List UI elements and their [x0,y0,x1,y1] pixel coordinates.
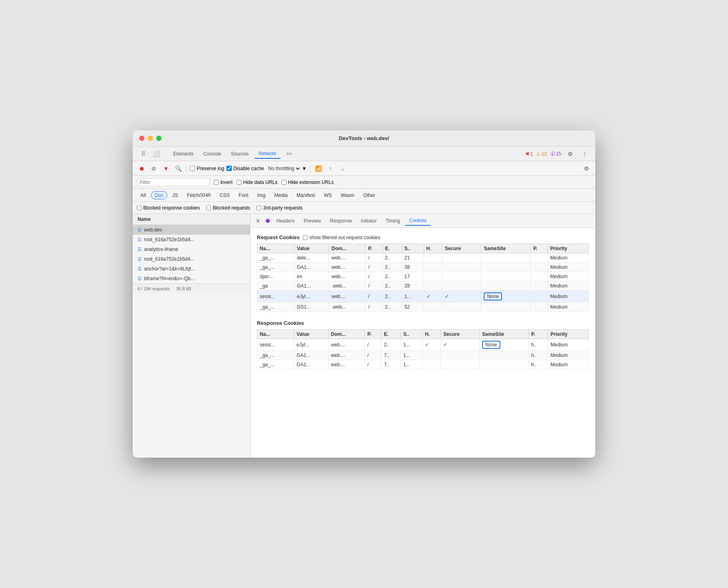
type-btn-css[interactable]: CSS [216,191,233,199]
sidebar-item-name-6: bframe?hl=en&v=-Qb... [144,276,245,281]
close-button[interactable] [139,136,144,141]
sidebar-item-name-5: anchor?ar=1&k=6Lfqf... [144,266,245,272]
disable-cache-checkbox[interactable]: Disable cache [226,166,264,171]
fullscreen-button[interactable] [156,136,162,141]
cell-samesite [481,281,531,291]
transfer-size: 36.8 kB [176,286,191,291]
cell-name: djan... [257,272,295,281]
type-btn-all[interactable]: All [137,191,149,199]
filter-input[interactable] [140,179,207,185]
sidebar-item-root-1[interactable]: ☰ root_616a752e1b5d4... [133,235,250,244]
cell-path: / [366,303,382,312]
type-btn-wasm[interactable]: Wasm [337,191,358,199]
download-icon[interactable]: ↓ [338,164,348,173]
table-row[interactable]: _ga_... dele... web.... / 2.. 21 Medium [257,253,589,263]
hide-data-urls-checkbox[interactable]: Hide data URLs [237,179,278,185]
sidebar-item-analytics[interactable]: ☰ analytics-iframe [133,244,250,254]
settings-icon[interactable]: ⚙ [564,148,576,160]
blocked-requests-input[interactable] [206,205,211,210]
sidebar-item-bframe[interactable]: ☰ bframe?hl=en&v=-Qb... [133,274,250,283]
tab-sources[interactable]: Sources [227,149,253,158]
stop-recording-icon[interactable]: ⏺ [137,164,146,173]
table-row[interactable]: sessi... eJyl... web.... / 2.. 1... ✓ ✓ … [257,291,589,303]
blocked-requests-checkbox[interactable]: Blocked requests [206,205,250,211]
type-btn-media[interactable]: Media [271,191,291,199]
more-options-icon[interactable]: ⋮ [579,148,590,160]
tab-response[interactable]: Response [326,216,356,225]
sidebar-item-root-2[interactable]: ☰ root_616a752e1b5d4... [133,254,250,264]
preserve-log-input[interactable] [190,166,195,171]
tab-elements[interactable]: Elements [169,149,198,158]
error-icon: ✖ [526,151,530,157]
response-cookies-title: Response Cookies [257,320,589,326]
tab-initiator[interactable]: Initiator [357,216,381,225]
blocked-cookies-input[interactable] [137,205,142,210]
type-btn-fetch-xhr[interactable]: Fetch/XHR [183,191,215,199]
device-toggle-icon[interactable]: ⬜ [151,148,162,160]
table-row[interactable]: _ga GA1... .web... / 2.. 28 Medium [257,281,589,291]
type-btn-ws[interactable]: WS [320,191,335,199]
disable-cache-input[interactable] [226,166,232,171]
search-icon[interactable]: 🔍 [173,164,183,173]
table-row[interactable]: _ga_... GA1... web.... / 7.. 1... h.. Me… [257,351,589,360]
table-row[interactable]: _ga_... GS1... .web... / 2.. 52 Medium [257,303,589,312]
table-row[interactable]: _ga_... GA1... web.... / 2.. 38 Medium [257,263,589,272]
resp-cell-domain: web.... [328,360,365,370]
sidebar-item-anchor[interactable]: ☰ anchor?ar=1&k=6Lfqf... [133,264,250,274]
type-btn-js[interactable]: JS [169,191,182,199]
close-detail-button[interactable]: ✕ [254,216,263,225]
resp-table-header-row: Na... Value Dom... P. E. S.. H. Secure S… [257,330,589,339]
hide-ext-urls-checkbox[interactable]: Hide extension URLs [282,179,334,185]
network-settings-icon[interactable]: ⚙ [582,164,591,173]
show-filtered-label[interactable]: show filtered out request cookies [303,235,380,240]
hide-ext-urls-input[interactable] [282,180,286,185]
tab-preview[interactable]: Preview [299,216,325,225]
cell-samesite: None [481,291,531,303]
cell-size: 28 [402,281,424,291]
info-badge: 🛈 15 [550,151,561,157]
table-row[interactable]: sessi... eJyl... web.... / 2.. 1... ✓ ✓ … [257,339,589,351]
tab-console[interactable]: Console [199,149,225,158]
sidebar-item-web-dev[interactable]: ☰ web.dev [133,225,250,235]
traffic-lights [139,136,162,141]
type-btn-img[interactable]: Img [254,191,269,199]
filter-icon[interactable]: ▼ [161,164,171,173]
tab-network[interactable]: Network [254,149,280,159]
third-party-checkbox[interactable]: 3rd-party requests [256,205,302,211]
invert-input[interactable] [214,180,219,185]
type-btn-doc[interactable]: Doc [151,191,167,199]
resp-cell-size: 1... [401,339,422,351]
wifi-icon[interactable]: 📶 [314,164,323,173]
cell-httponly [424,281,442,291]
request-list-sidebar: Name ☰ web.dev ☰ root_616a752e1b5d4... ☰… [133,214,250,458]
resp-col-domain: Dom... [328,330,365,339]
tab-more[interactable]: >> [282,149,296,158]
toolbar-separator-1 [186,164,187,173]
throttle-select[interactable]: No throttling [267,165,301,172]
cell-size: 52 [402,303,424,312]
preserve-log-checkbox[interactable]: Preserve log [190,166,224,171]
cell-domain: web.... [329,263,365,272]
cursor-icon[interactable]: ⠿ [138,148,149,160]
col-path: P. [366,244,382,253]
hide-data-urls-input[interactable] [237,180,241,185]
upload-icon[interactable]: ↑ [326,164,336,173]
clear-icon[interactable]: ⊘ [149,164,159,173]
cell-samesite [481,303,531,312]
invert-checkbox[interactable]: Invert [214,179,233,185]
minimize-button[interactable] [148,136,153,141]
type-btn-font[interactable]: Font [235,191,252,199]
table-row[interactable]: djan... en web.... / 2.. 17 Medium [257,272,589,281]
blocked-cookies-checkbox[interactable]: Blocked response cookies [137,205,200,211]
network-toolbar: ⏺ ⊘ ▼ 🔍 Preserve log Disable cache No th… [133,161,595,176]
show-filtered-input[interactable] [303,235,308,240]
tab-timing[interactable]: Timing [381,216,404,225]
tab-cookies[interactable]: Cookies [405,216,431,226]
third-party-input[interactable] [256,205,261,210]
table-row[interactable]: _ga_... GA1... web.... / 7.. 1... h.. Me… [257,360,589,370]
type-btn-manifest[interactable]: Manifest [293,191,319,199]
resp-cell-secure [441,360,480,370]
tab-headers[interactable]: Headers [272,216,299,225]
cell-path: / [366,291,382,303]
type-btn-other[interactable]: Other [360,191,379,199]
